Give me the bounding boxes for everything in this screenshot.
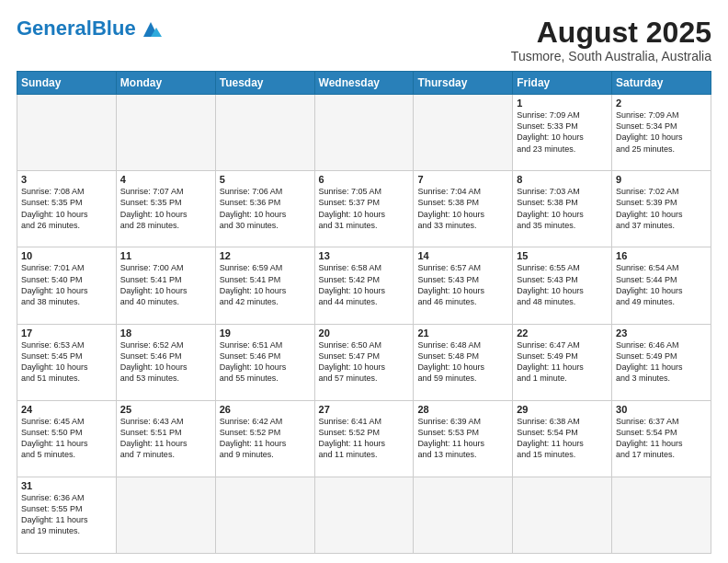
- day-info: Sunrise: 6:46 AM Sunset: 5:49 PM Dayligh…: [616, 339, 707, 385]
- calendar-cell: 17Sunrise: 6:53 AM Sunset: 5:45 PM Dayli…: [17, 324, 117, 400]
- day-number: 20: [319, 327, 410, 339]
- day-info: Sunrise: 6:42 AM Sunset: 5:52 PM Dayligh…: [220, 416, 311, 461]
- day-number: 30: [616, 404, 707, 415]
- calendar-cell: [215, 477, 314, 553]
- day-info: Sunrise: 6:38 AM Sunset: 5:54 PM Dayligh…: [517, 416, 608, 461]
- day-info: Sunrise: 6:45 AM Sunset: 5:50 PM Dayligh…: [21, 416, 112, 461]
- calendar-cell: 23Sunrise: 6:46 AM Sunset: 5:49 PM Dayli…: [612, 324, 711, 400]
- calendar-cell: 7Sunrise: 7:04 AM Sunset: 5:38 PM Daylig…: [414, 171, 513, 247]
- calendar-cell: 30Sunrise: 6:37 AM Sunset: 5:54 PM Dayli…: [612, 400, 711, 477]
- day-info: Sunrise: 6:52 AM Sunset: 5:46 PM Dayligh…: [120, 339, 211, 385]
- day-info: Sunrise: 6:48 AM Sunset: 5:48 PM Dayligh…: [417, 339, 508, 385]
- day-number: 1: [517, 98, 608, 109]
- calendar-cell: 20Sunrise: 6:50 AM Sunset: 5:47 PM Dayli…: [314, 324, 414, 400]
- col-monday: Monday: [116, 72, 215, 95]
- calendar-cell: [116, 477, 215, 553]
- day-number: 15: [517, 250, 608, 261]
- calendar-cell: 15Sunrise: 6:55 AM Sunset: 5:43 PM Dayli…: [513, 247, 612, 324]
- day-info: Sunrise: 6:51 AM Sunset: 5:46 PM Dayligh…: [220, 339, 311, 385]
- calendar-table: Sunday Monday Tuesday Wednesday Thursday…: [17, 71, 711, 554]
- day-info: Sunrise: 7:09 AM Sunset: 5:33 PM Dayligh…: [517, 109, 608, 155]
- calendar-cell: [314, 477, 414, 553]
- day-number: 28: [417, 404, 508, 415]
- calendar-week-row: 31Sunrise: 6:36 AM Sunset: 5:55 PM Dayli…: [17, 477, 711, 553]
- day-info: Sunrise: 6:53 AM Sunset: 5:45 PM Dayligh…: [21, 339, 112, 385]
- calendar-cell: 8Sunrise: 7:03 AM Sunset: 5:38 PM Daylig…: [513, 171, 612, 247]
- day-number: 6: [319, 174, 410, 185]
- day-info: Sunrise: 7:02 AM Sunset: 5:39 PM Dayligh…: [616, 186, 707, 231]
- calendar-cell: [513, 477, 612, 553]
- day-info: Sunrise: 6:58 AM Sunset: 5:42 PM Dayligh…: [319, 262, 410, 307]
- logo: GeneralBlue: [17, 17, 164, 40]
- col-saturday: Saturday: [612, 72, 711, 95]
- day-info: Sunrise: 6:55 AM Sunset: 5:43 PM Dayligh…: [517, 262, 608, 307]
- calendar-cell: 27Sunrise: 6:41 AM Sunset: 5:52 PM Dayli…: [314, 400, 414, 477]
- logo-icon: [138, 18, 164, 39]
- calendar-cell: [116, 95, 215, 171]
- day-info: Sunrise: 6:57 AM Sunset: 5:43 PM Dayligh…: [417, 262, 508, 307]
- day-number: 10: [21, 250, 112, 261]
- day-info: Sunrise: 6:59 AM Sunset: 5:41 PM Dayligh…: [220, 262, 311, 307]
- title-block: August 2025 Tusmore, South Australia, Au…: [511, 17, 711, 63]
- day-info: Sunrise: 7:06 AM Sunset: 5:36 PM Dayligh…: [220, 186, 311, 231]
- calendar-cell: 1Sunrise: 7:09 AM Sunset: 5:33 PM Daylig…: [513, 95, 612, 171]
- calendar-cell: [17, 95, 117, 171]
- calendar-week-row: 10Sunrise: 7:01 AM Sunset: 5:40 PM Dayli…: [17, 247, 711, 324]
- calendar-cell: 6Sunrise: 7:05 AM Sunset: 5:37 PM Daylig…: [314, 171, 414, 247]
- day-number: 3: [21, 174, 112, 185]
- calendar-week-row: 3Sunrise: 7:08 AM Sunset: 5:35 PM Daylig…: [17, 171, 711, 247]
- logo-general: General: [17, 17, 92, 40]
- calendar-cell: 13Sunrise: 6:58 AM Sunset: 5:42 PM Dayli…: [314, 247, 414, 324]
- day-info: Sunrise: 7:08 AM Sunset: 5:35 PM Dayligh…: [21, 186, 112, 231]
- day-info: Sunrise: 6:41 AM Sunset: 5:52 PM Dayligh…: [319, 416, 410, 461]
- calendar-cell: 10Sunrise: 7:01 AM Sunset: 5:40 PM Dayli…: [17, 247, 117, 324]
- calendar-week-row: 1Sunrise: 7:09 AM Sunset: 5:33 PM Daylig…: [17, 95, 711, 171]
- day-number: 22: [517, 327, 608, 339]
- calendar-cell: [612, 477, 711, 553]
- page: GeneralBlue August 2025 Tusmore, South A…: [0, 0, 728, 563]
- day-number: 16: [616, 250, 707, 261]
- day-number: 27: [319, 404, 410, 415]
- day-number: 14: [417, 250, 508, 261]
- calendar-cell: 9Sunrise: 7:02 AM Sunset: 5:39 PM Daylig…: [612, 171, 711, 247]
- day-info: Sunrise: 7:01 AM Sunset: 5:40 PM Dayligh…: [21, 262, 112, 307]
- calendar-cell: 18Sunrise: 6:52 AM Sunset: 5:46 PM Dayli…: [116, 324, 215, 400]
- day-info: Sunrise: 6:39 AM Sunset: 5:53 PM Dayligh…: [417, 416, 508, 461]
- day-number: 12: [220, 250, 311, 261]
- logo-text: GeneralBlue: [17, 17, 136, 40]
- day-info: Sunrise: 7:05 AM Sunset: 5:37 PM Dayligh…: [319, 186, 410, 231]
- calendar-cell: 11Sunrise: 7:00 AM Sunset: 5:41 PM Dayli…: [116, 247, 215, 324]
- day-number: 4: [120, 174, 211, 185]
- calendar-header-row: Sunday Monday Tuesday Wednesday Thursday…: [17, 72, 711, 95]
- calendar-cell: 25Sunrise: 6:43 AM Sunset: 5:51 PM Dayli…: [116, 400, 215, 477]
- day-info: Sunrise: 7:00 AM Sunset: 5:41 PM Dayligh…: [120, 262, 211, 307]
- header: GeneralBlue August 2025 Tusmore, South A…: [17, 17, 711, 63]
- day-info: Sunrise: 7:04 AM Sunset: 5:38 PM Dayligh…: [417, 186, 508, 231]
- calendar-cell: 26Sunrise: 6:42 AM Sunset: 5:52 PM Dayli…: [215, 400, 314, 477]
- day-number: 7: [417, 174, 508, 185]
- day-info: Sunrise: 6:50 AM Sunset: 5:47 PM Dayligh…: [319, 339, 410, 385]
- day-number: 21: [417, 327, 508, 339]
- calendar-cell: 12Sunrise: 6:59 AM Sunset: 5:41 PM Dayli…: [215, 247, 314, 324]
- calendar-cell: 19Sunrise: 6:51 AM Sunset: 5:46 PM Dayli…: [215, 324, 314, 400]
- day-info: Sunrise: 7:09 AM Sunset: 5:34 PM Dayligh…: [616, 109, 707, 155]
- day-number: 11: [120, 250, 211, 261]
- day-number: 23: [616, 327, 707, 339]
- day-number: 2: [616, 98, 707, 109]
- day-number: 25: [120, 404, 211, 415]
- day-info: Sunrise: 6:36 AM Sunset: 5:55 PM Dayligh…: [21, 492, 112, 537]
- calendar-cell: 22Sunrise: 6:47 AM Sunset: 5:49 PM Dayli…: [513, 324, 612, 400]
- col-wednesday: Wednesday: [314, 72, 414, 95]
- day-info: Sunrise: 6:37 AM Sunset: 5:54 PM Dayligh…: [616, 416, 707, 461]
- day-number: 17: [21, 327, 112, 339]
- day-info: Sunrise: 6:54 AM Sunset: 5:44 PM Dayligh…: [616, 262, 707, 307]
- logo-blue: Blue: [92, 17, 136, 40]
- day-number: 26: [220, 404, 311, 415]
- calendar-cell: 31Sunrise: 6:36 AM Sunset: 5:55 PM Dayli…: [17, 477, 117, 553]
- calendar-cell: 14Sunrise: 6:57 AM Sunset: 5:43 PM Dayli…: [414, 247, 513, 324]
- calendar-cell: 28Sunrise: 6:39 AM Sunset: 5:53 PM Dayli…: [414, 400, 513, 477]
- day-info: Sunrise: 6:47 AM Sunset: 5:49 PM Dayligh…: [517, 339, 608, 385]
- calendar-cell: [215, 95, 314, 171]
- calendar-cell: 3Sunrise: 7:08 AM Sunset: 5:35 PM Daylig…: [17, 171, 117, 247]
- calendar-week-row: 24Sunrise: 6:45 AM Sunset: 5:50 PM Dayli…: [17, 400, 711, 477]
